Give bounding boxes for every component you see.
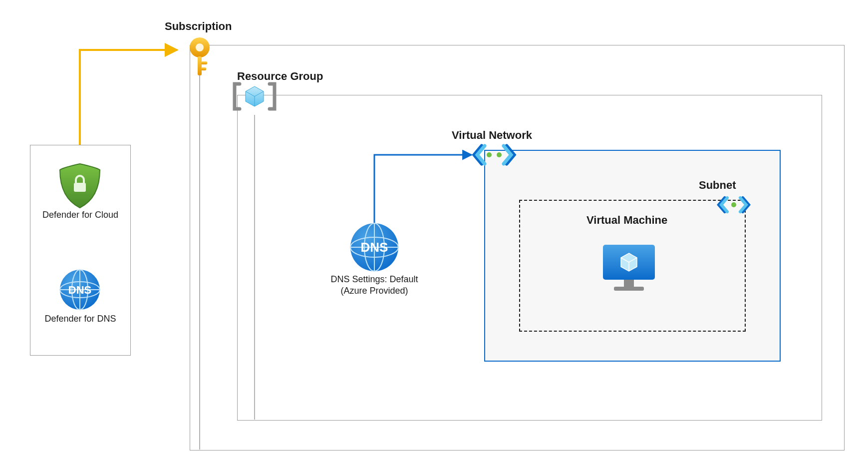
virtual-network-label: Virtual Network [452,129,532,142]
connector-defender-to-subscription [80,50,177,145]
virtual-machine-label: Virtual Machine [586,214,667,227]
defender-dns-label: Defender for DNS [35,314,125,324]
defender-cloud-label: Defender for Cloud [35,210,125,220]
dns-settings-line1: DNS Settings: Default [330,274,418,284]
resource-group-label: Resource Group [237,70,323,83]
dns-settings-line2: (Azure Provided) [340,286,408,296]
dns-settings-label: DNS Settings: Default (Azure Provided) [312,274,437,296]
subnet-label: Subnet [699,179,736,192]
subscription-label: Subscription [165,20,232,33]
